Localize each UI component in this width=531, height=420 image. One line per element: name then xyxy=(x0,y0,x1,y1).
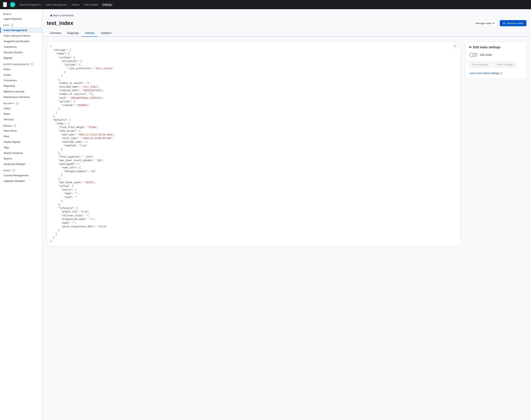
discover-index-button[interactable]: ⊕ Discover index xyxy=(500,20,526,26)
sidebar-item-spaces[interactable]: Spaces xyxy=(0,156,42,161)
info-icon: i xyxy=(11,24,13,27)
back-button-label: Back to all indices xyxy=(53,14,74,17)
settings-actions: Save changes Reset changes xyxy=(469,61,522,68)
sidebar-item-advanced-settings[interactable]: Advanced Settings xyxy=(0,161,42,167)
sidebar-item-migrate[interactable]: Migrate xyxy=(0,55,42,61)
toggle-knob xyxy=(470,53,472,56)
header-actions: Manage index ▾ ⊕ Discover index xyxy=(472,20,526,27)
reset-changes-button[interactable]: Reset changes xyxy=(494,61,517,68)
edit-mode-toggle[interactable] xyxy=(469,53,478,57)
breadcrumb-item-index-details[interactable]: Index details xyxy=(83,3,99,6)
tab-mappings[interactable]: Mappings xyxy=(64,30,82,37)
tab-overview[interactable]: Overview xyxy=(47,30,64,37)
sidebar-item-index-management[interactable]: Index Management xyxy=(0,27,42,33)
breadcrumb-separator: › xyxy=(43,3,44,6)
sidebar-item-reporting[interactable]: Reporting xyxy=(0,83,42,89)
breadcrumb-separator: › xyxy=(100,3,101,6)
sidebar-item-cases[interactable]: Cases xyxy=(0,72,42,78)
sidebar-item-connectors[interactable]: Connectors xyxy=(0,78,42,83)
breadcrumb-separator: › xyxy=(81,3,82,6)
sidebar-section-data: Datai xyxy=(0,22,42,27)
breadcrumb-item-index-management[interactable]: Index Management xyxy=(45,3,68,6)
edit-mode-label: Edit mode xyxy=(480,53,492,56)
info-icon: i xyxy=(31,63,33,66)
sidebar-item-api-keys[interactable]: API keys xyxy=(0,117,42,122)
json-editor: ⧉ { "settings": { "index": { "routing": … xyxy=(47,41,460,246)
sidebar: IngestIngest PipelinesDataiIndex Managem… xyxy=(0,9,42,420)
learn-more-label: Learn more about settings xyxy=(469,72,499,75)
page-header: test_index Manage index ▾ ⊕ Discover ind… xyxy=(42,18,531,30)
settings-panel: ✏ Edit index settings Edit mode Save cha… xyxy=(465,41,526,79)
back-arrow-icon: ◀ xyxy=(50,14,52,17)
avatar[interactable]: D xyxy=(10,2,15,7)
sidebar-section-ingest: Ingest xyxy=(0,11,42,16)
tab-statistics[interactable]: Statistics xyxy=(98,30,115,37)
index-tabs: OverviewMappingsSettingsStatistics xyxy=(42,30,531,37)
edit-mode-row: Edit mode xyxy=(469,53,522,57)
sidebar-item-data-views[interactable]: Data Views xyxy=(0,128,42,134)
sidebar-item-users[interactable]: Users xyxy=(0,105,42,111)
back-to-indices-button[interactable]: ◀ Back to all indices xyxy=(47,12,77,18)
sidebar-section-security: Securityi xyxy=(0,100,42,105)
sidebar-item-remote-clusters[interactable]: Remote Clusters xyxy=(0,50,42,55)
breadcrumb-item-stack-management[interactable]: Stack Management xyxy=(18,3,42,6)
learn-more-link[interactable]: Learn more about settings ↗ xyxy=(469,72,502,75)
discover-icon: ⊕ xyxy=(503,22,505,25)
sidebar-section-alerts-and-insights: Alerts and Insightsi xyxy=(0,61,42,66)
manage-index-label: Manage index xyxy=(476,22,492,25)
save-changes-button[interactable]: Save changes xyxy=(469,61,491,68)
sidebar-item-saved-objects[interactable]: Saved Objects xyxy=(0,139,42,145)
sidebar-item-tags[interactable]: Tags xyxy=(0,145,42,150)
edit-icon: ✏ xyxy=(469,45,471,49)
sidebar-item-upgrade-assistant[interactable]: Upgrade Assistant xyxy=(0,178,42,184)
json-content: { "settings": { "index": { "routing": { … xyxy=(50,45,457,243)
manage-index-button[interactable]: Manage index ▾ xyxy=(472,20,498,27)
sidebar-item-roles[interactable]: Roles xyxy=(0,111,42,117)
breadcrumb: Stack Management›Index Management›Indice… xyxy=(18,3,113,6)
sidebar-item-snapshot-restore[interactable]: Snapshot and Restore xyxy=(0,39,42,44)
sidebar-item-transforms[interactable]: Transforms xyxy=(0,44,42,50)
info-icon: i xyxy=(16,102,19,105)
settings-panel-title: ✏ Edit index settings xyxy=(469,45,522,49)
sidebar-item-ingest-pipelines[interactable]: Ingest Pipelines xyxy=(0,16,42,22)
copy-icon: ⧉ xyxy=(455,45,456,47)
sidebar-item-ml[interactable]: Machine Learning xyxy=(0,89,42,94)
breadcrumb-separator: › xyxy=(69,3,70,6)
sidebar-section-kibana: Kibanai xyxy=(0,122,42,128)
info-icon: i xyxy=(14,124,16,127)
sidebar-item-rules[interactable]: Rules xyxy=(0,66,42,72)
top-nav: ☰ D Stack Management›Index Management›In… xyxy=(0,0,531,9)
sidebar-item-ilm[interactable]: Index Lifecycle Policies xyxy=(0,33,42,39)
page-title: test_index xyxy=(47,20,74,26)
main-content: ◀ Back to all indices test_index Manage … xyxy=(42,9,531,420)
tab-settings[interactable]: Settings xyxy=(82,30,98,37)
discover-index-label: Discover index xyxy=(506,22,523,25)
sidebar-item-search-sessions[interactable]: Search Sessions xyxy=(0,150,42,156)
info-icon: i xyxy=(12,169,15,172)
chevron-down-icon: ▾ xyxy=(493,22,494,25)
content-area: ⧉ { "settings": { "index": { "routing": … xyxy=(42,37,531,251)
sidebar-item-license-management[interactable]: License Management xyxy=(0,173,42,178)
external-link-icon: ↗ xyxy=(500,72,502,75)
sidebar-item-maintenance-windows[interactable]: Maintenance Windows xyxy=(0,94,42,100)
copy-json-button[interactable]: ⧉ xyxy=(453,44,458,48)
breadcrumb-item-settings[interactable]: Settings xyxy=(102,3,113,6)
sidebar-item-files[interactable]: Files xyxy=(0,134,42,139)
sidebar-section-stack: Stacki xyxy=(0,167,42,173)
layout: IngestIngest PipelinesDataiIndex Managem… xyxy=(0,9,531,420)
hamburger-menu[interactable]: ☰ xyxy=(3,2,7,7)
breadcrumb-item-indices[interactable]: Indices xyxy=(70,3,80,6)
